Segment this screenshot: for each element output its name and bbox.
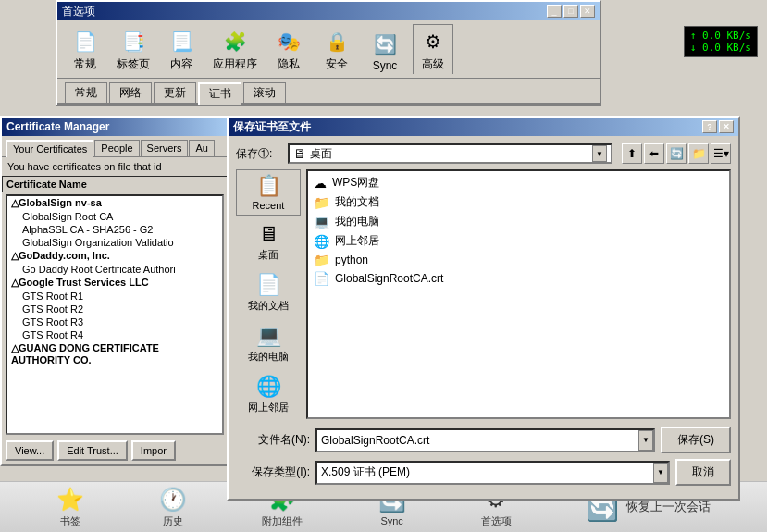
history-icon: 🕐 bbox=[159, 487, 187, 513]
sidebar-item-desktop[interactable]: 🖥 桌面 bbox=[236, 217, 301, 266]
save-panels: 📋 Recent 🖥 桌面 📄 我的文档 💻 我的电脑 🌐 网上邻 bbox=[236, 169, 731, 419]
cert-item-gts-r1[interactable]: GTS Root R1 bbox=[7, 290, 222, 303]
tab-general[interactable]: 常规 bbox=[65, 82, 107, 103]
file-name-cert: GlobalSignRootCA.crt bbox=[335, 272, 443, 285]
general-icon: 📄 bbox=[70, 27, 100, 56]
tab-certificate[interactable]: 证书 bbox=[198, 82, 241, 105]
security-icon: 🔒 bbox=[322, 27, 352, 56]
cert-manager-title: Certificate Manager bbox=[2, 118, 228, 136]
cert-file-icon: 📄 bbox=[314, 271, 329, 286]
filetype-label: 保存类型(I): bbox=[236, 464, 310, 480]
sidebar-item-mypc[interactable]: 💻 我的电脑 bbox=[236, 319, 301, 368]
toolbar-item-general[interactable]: 📄 常规 bbox=[65, 25, 105, 74]
save-button[interactable]: 保存(S) bbox=[661, 427, 731, 453]
file-item-wpsdisk[interactable]: ☁ WPS网盘 bbox=[310, 173, 727, 192]
edit-trust-button[interactable]: Edit Trust... bbox=[57, 440, 128, 461]
toolbar-item-security[interactable]: 🔒 安全 bbox=[316, 25, 357, 74]
filetype-dropdown-arrow[interactable]: ▼ bbox=[653, 463, 668, 483]
file-item-mypc[interactable]: 💻 我的电脑 bbox=[310, 212, 727, 231]
toolbar-label-advanced: 高级 bbox=[422, 56, 444, 72]
file-item-cert[interactable]: 📄 GlobalSignRootCA.crt bbox=[310, 269, 727, 288]
cert-item-gts-r2[interactable]: GTS Root R2 bbox=[7, 303, 222, 315]
cert-item-globalsign-root[interactable]: GlobalSign Root CA bbox=[7, 210, 222, 223]
tab-update[interactable]: 更新 bbox=[154, 82, 196, 103]
cert-group-google[interactable]: △Google Trust Services LLC bbox=[7, 276, 222, 290]
cert-subtab-servers[interactable]: Servers bbox=[141, 140, 189, 156]
sync-icon: 🔄 bbox=[370, 30, 400, 59]
save-location-combo[interactable]: 🖥 桌面 ▼ bbox=[288, 143, 612, 164]
save-close-button[interactable]: ✕ bbox=[719, 120, 734, 133]
mypc-file-icon: 💻 bbox=[314, 215, 329, 229]
taskbar-item-bookmarks[interactable]: ⭐ 书签 bbox=[56, 487, 84, 528]
view-button[interactable]: View... bbox=[6, 440, 54, 461]
tab-network[interactable]: 网络 bbox=[109, 82, 152, 103]
certificate-manager: Certificate Manager Your Certificates Pe… bbox=[0, 116, 229, 466]
save-title-buttons: ? ✕ bbox=[702, 120, 734, 133]
maximize-button[interactable]: □ bbox=[563, 5, 578, 18]
filename-row: 文件名(N): ▼ 保存(S) bbox=[236, 427, 731, 453]
toolbar-item-tabs[interactable]: 📑 标签页 bbox=[113, 25, 154, 74]
title-bar-buttons: _ □ ✕ bbox=[547, 5, 595, 18]
cert-subtab-people[interactable]: People bbox=[94, 140, 139, 156]
toolbar-item-privacy[interactable]: 🎭 隐私 bbox=[268, 25, 309, 74]
toolbar-item-advanced[interactable]: ⚙ 高级 bbox=[413, 24, 453, 74]
taskbar-item-history[interactable]: 🕐 历史 bbox=[159, 487, 187, 528]
import-button[interactable]: Impor bbox=[131, 440, 176, 461]
tabs-icon: 📑 bbox=[118, 27, 148, 56]
file-item-mydocs[interactable]: 📁 我的文档 bbox=[310, 192, 727, 212]
save-dialog: 保存证书至文件 ? ✕ 保存①: 🖥 桌面 ▼ ⬆ ⬅ 🔄 📁 ☰▾ bbox=[227, 116, 740, 501]
file-item-network[interactable]: 🌐 网上邻居 bbox=[310, 231, 727, 251]
toolbar-item-sync[interactable]: 🔄 Sync bbox=[365, 28, 405, 74]
cert-item-alphassl[interactable]: AlphaSSL CA - SHA256 - G2 bbox=[7, 223, 222, 236]
mypc-icon: 💻 bbox=[256, 324, 281, 348]
minimize-button[interactable]: _ bbox=[547, 5, 562, 18]
restore-label: 恢复上一次会话 bbox=[626, 499, 711, 515]
cancel-button[interactable]: 取消 bbox=[675, 459, 731, 486]
toolbar-label-security: 安全 bbox=[326, 56, 348, 72]
refresh-button[interactable]: 🔄 bbox=[666, 143, 687, 164]
sidebar-item-recent[interactable]: 📋 Recent bbox=[236, 169, 301, 216]
view-toggle-button[interactable]: ☰▾ bbox=[711, 143, 731, 164]
cert-list[interactable]: △GlobalSign nv-sa GlobalSign Root CA Alp… bbox=[6, 194, 224, 435]
toolbar-item-content[interactable]: 📃 内容 bbox=[161, 25, 202, 74]
upload-speed: ↑ 0.0 KB/s bbox=[690, 30, 751, 42]
save-help-button[interactable]: ? bbox=[702, 120, 717, 133]
nav-back-button[interactable]: ⬆ bbox=[622, 143, 642, 164]
cert-item-gts-r3[interactable]: GTS Root R3 bbox=[7, 315, 222, 328]
main-title-bar: 首选项 _ □ ✕ bbox=[57, 2, 600, 20]
privacy-icon: 🎭 bbox=[274, 27, 303, 56]
main-window-title: 首选项 bbox=[62, 4, 95, 19]
tab-scroll[interactable]: 滚动 bbox=[243, 82, 286, 103]
file-name-python: python bbox=[335, 254, 368, 266]
cert-item-globalsign-org[interactable]: GlobalSign Organization Validatio bbox=[7, 236, 222, 249]
save-location-label: 保存①: bbox=[236, 146, 282, 162]
filetype-row: 保存类型(I): ▼ 取消 bbox=[236, 459, 731, 486]
toolbar-label-content: 内容 bbox=[170, 56, 192, 72]
filename-input[interactable] bbox=[317, 430, 638, 451]
filename-dropdown-arrow[interactable]: ▼ bbox=[638, 430, 653, 451]
cert-group-godaddy[interactable]: △GoDaddy.com, Inc. bbox=[7, 249, 222, 263]
file-name-mydocs: 我的文档 bbox=[335, 194, 379, 210]
cert-item-godaddy-root[interactable]: Go Daddy Root Certificate Authori bbox=[7, 263, 222, 276]
combo-dropdown-arrow[interactable]: ▼ bbox=[592, 145, 607, 162]
toolbar-item-apps[interactable]: 🧩 应用程序 bbox=[209, 25, 261, 74]
file-name-mypc: 我的电脑 bbox=[335, 214, 379, 229]
sidebar-item-network[interactable]: 🌐 网上邻居 bbox=[236, 370, 301, 419]
nav-forward-button[interactable]: ⬅ bbox=[644, 143, 664, 164]
sidebar-item-mydocs[interactable]: 📄 我的文档 bbox=[236, 268, 301, 317]
cert-item-gts-r4[interactable]: GTS Root R4 bbox=[7, 328, 222, 341]
file-item-python[interactable]: 📁 python bbox=[310, 251, 727, 269]
sidebar-label-network: 网上邻居 bbox=[248, 401, 289, 414]
content-icon: 📃 bbox=[167, 27, 196, 56]
save-title-text: 保存证书至文件 bbox=[233, 119, 311, 135]
close-button[interactable]: ✕ bbox=[580, 5, 595, 18]
cert-group-guangdong[interactable]: △GUANG DONG CERTIFICATE AUTHORITY CO. bbox=[7, 341, 222, 366]
filename-label: 文件名(N): bbox=[236, 432, 310, 448]
cert-group-globalsign[interactable]: △GlobalSign nv-sa bbox=[7, 196, 222, 210]
save-file-list[interactable]: ☁ WPS网盘 📁 我的文档 💻 我的电脑 🌐 网上邻居 📁 pyt bbox=[306, 169, 731, 419]
wpsdisk-icon: ☁ bbox=[314, 176, 327, 191]
new-folder-button[interactable]: 📁 bbox=[688, 143, 709, 164]
filetype-input[interactable] bbox=[317, 463, 653, 483]
cert-subtab-your[interactable]: Your Certificates bbox=[6, 140, 93, 157]
cert-subtab-au[interactable]: Au bbox=[189, 140, 214, 156]
